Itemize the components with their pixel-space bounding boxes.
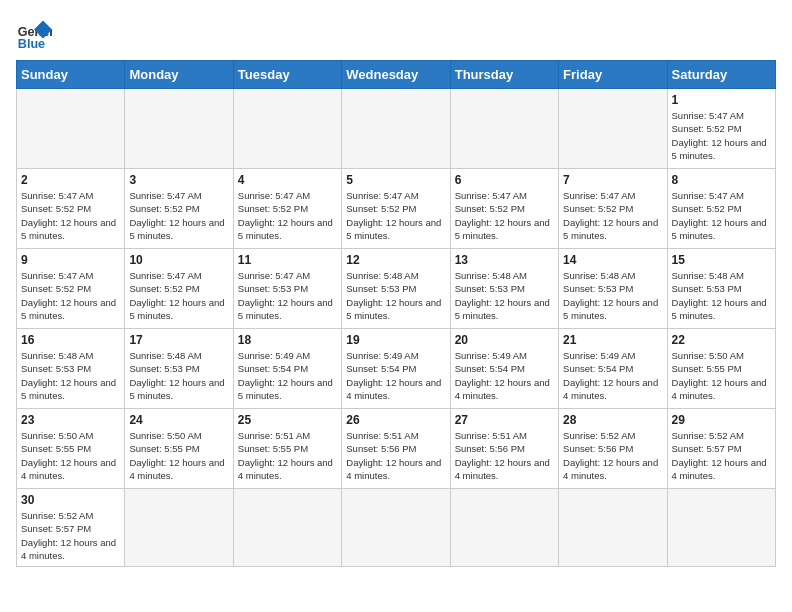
calendar-cell: 27Sunrise: 5:51 AM Sunset: 5:56 PM Dayli… [450,409,558,489]
day-number: 15 [672,253,771,267]
day-number: 12 [346,253,445,267]
day-info: Sunrise: 5:47 AM Sunset: 5:52 PM Dayligh… [238,189,337,242]
day-number: 30 [21,493,120,507]
day-info: Sunrise: 5:47 AM Sunset: 5:52 PM Dayligh… [21,269,120,322]
day-info: Sunrise: 5:49 AM Sunset: 5:54 PM Dayligh… [238,349,337,402]
calendar-cell: 6Sunrise: 5:47 AM Sunset: 5:52 PM Daylig… [450,169,558,249]
day-number: 3 [129,173,228,187]
calendar-cell: 22Sunrise: 5:50 AM Sunset: 5:55 PM Dayli… [667,329,775,409]
calendar-cell [450,489,558,567]
calendar-cell: 15Sunrise: 5:48 AM Sunset: 5:53 PM Dayli… [667,249,775,329]
calendar-table: SundayMondayTuesdayWednesdayThursdayFrid… [16,60,776,567]
day-number: 14 [563,253,662,267]
calendar-cell: 29Sunrise: 5:52 AM Sunset: 5:57 PM Dayli… [667,409,775,489]
calendar-cell: 2Sunrise: 5:47 AM Sunset: 5:52 PM Daylig… [17,169,125,249]
day-info: Sunrise: 5:52 AM Sunset: 5:56 PM Dayligh… [563,429,662,482]
day-number: 22 [672,333,771,347]
day-number: 10 [129,253,228,267]
calendar-cell: 8Sunrise: 5:47 AM Sunset: 5:52 PM Daylig… [667,169,775,249]
calendar-cell: 13Sunrise: 5:48 AM Sunset: 5:53 PM Dayli… [450,249,558,329]
day-number: 28 [563,413,662,427]
day-number: 13 [455,253,554,267]
calendar-cell: 28Sunrise: 5:52 AM Sunset: 5:56 PM Dayli… [559,409,667,489]
calendar-cell: 12Sunrise: 5:48 AM Sunset: 5:53 PM Dayli… [342,249,450,329]
calendar-cell: 20Sunrise: 5:49 AM Sunset: 5:54 PM Dayli… [450,329,558,409]
day-info: Sunrise: 5:50 AM Sunset: 5:55 PM Dayligh… [672,349,771,402]
calendar-cell: 17Sunrise: 5:48 AM Sunset: 5:53 PM Dayli… [125,329,233,409]
calendar-cell [559,489,667,567]
calendar-cell [125,489,233,567]
day-number: 11 [238,253,337,267]
day-info: Sunrise: 5:50 AM Sunset: 5:55 PM Dayligh… [21,429,120,482]
page-header: General Blue [16,16,776,52]
day-number: 26 [346,413,445,427]
calendar-cell: 18Sunrise: 5:49 AM Sunset: 5:54 PM Dayli… [233,329,341,409]
calendar-cell: 26Sunrise: 5:51 AM Sunset: 5:56 PM Dayli… [342,409,450,489]
calendar-cell: 25Sunrise: 5:51 AM Sunset: 5:55 PM Dayli… [233,409,341,489]
day-header-thursday: Thursday [450,61,558,89]
day-number: 23 [21,413,120,427]
calendar-cell [17,89,125,169]
calendar-cell [233,89,341,169]
day-number: 2 [21,173,120,187]
calendar-week-row: 16Sunrise: 5:48 AM Sunset: 5:53 PM Dayli… [17,329,776,409]
calendar-cell: 5Sunrise: 5:47 AM Sunset: 5:52 PM Daylig… [342,169,450,249]
calendar-cell: 3Sunrise: 5:47 AM Sunset: 5:52 PM Daylig… [125,169,233,249]
day-info: Sunrise: 5:52 AM Sunset: 5:57 PM Dayligh… [21,509,120,562]
day-header-sunday: Sunday [17,61,125,89]
day-info: Sunrise: 5:48 AM Sunset: 5:53 PM Dayligh… [21,349,120,402]
day-info: Sunrise: 5:47 AM Sunset: 5:52 PM Dayligh… [455,189,554,242]
day-info: Sunrise: 5:48 AM Sunset: 5:53 PM Dayligh… [455,269,554,322]
day-info: Sunrise: 5:50 AM Sunset: 5:55 PM Dayligh… [129,429,228,482]
calendar-cell [125,89,233,169]
calendar-header-row: SundayMondayTuesdayWednesdayThursdayFrid… [17,61,776,89]
day-number: 24 [129,413,228,427]
day-info: Sunrise: 5:48 AM Sunset: 5:53 PM Dayligh… [563,269,662,322]
svg-text:Blue: Blue [18,37,45,51]
day-info: Sunrise: 5:51 AM Sunset: 5:55 PM Dayligh… [238,429,337,482]
calendar-cell: 11Sunrise: 5:47 AM Sunset: 5:53 PM Dayli… [233,249,341,329]
day-header-tuesday: Tuesday [233,61,341,89]
calendar-cell: 10Sunrise: 5:47 AM Sunset: 5:52 PM Dayli… [125,249,233,329]
calendar-cell: 14Sunrise: 5:48 AM Sunset: 5:53 PM Dayli… [559,249,667,329]
calendar-cell [233,489,341,567]
calendar-cell: 23Sunrise: 5:50 AM Sunset: 5:55 PM Dayli… [17,409,125,489]
calendar-week-row: 9Sunrise: 5:47 AM Sunset: 5:52 PM Daylig… [17,249,776,329]
day-info: Sunrise: 5:49 AM Sunset: 5:54 PM Dayligh… [455,349,554,402]
day-number: 18 [238,333,337,347]
day-info: Sunrise: 5:51 AM Sunset: 5:56 PM Dayligh… [346,429,445,482]
day-info: Sunrise: 5:48 AM Sunset: 5:53 PM Dayligh… [346,269,445,322]
day-info: Sunrise: 5:48 AM Sunset: 5:53 PM Dayligh… [129,349,228,402]
day-info: Sunrise: 5:47 AM Sunset: 5:52 PM Dayligh… [672,189,771,242]
day-number: 5 [346,173,445,187]
logo: General Blue [16,16,56,52]
day-number: 4 [238,173,337,187]
calendar-week-row: 1Sunrise: 5:47 AM Sunset: 5:52 PM Daylig… [17,89,776,169]
calendar-cell: 30Sunrise: 5:52 AM Sunset: 5:57 PM Dayli… [17,489,125,567]
day-info: Sunrise: 5:47 AM Sunset: 5:52 PM Dayligh… [21,189,120,242]
day-header-wednesday: Wednesday [342,61,450,89]
day-number: 1 [672,93,771,107]
day-number: 8 [672,173,771,187]
day-info: Sunrise: 5:47 AM Sunset: 5:52 PM Dayligh… [129,189,228,242]
day-number: 17 [129,333,228,347]
calendar-cell [342,89,450,169]
day-number: 9 [21,253,120,267]
calendar-cell: 19Sunrise: 5:49 AM Sunset: 5:54 PM Dayli… [342,329,450,409]
calendar-cell: 7Sunrise: 5:47 AM Sunset: 5:52 PM Daylig… [559,169,667,249]
calendar-cell: 1Sunrise: 5:47 AM Sunset: 5:52 PM Daylig… [667,89,775,169]
calendar-cell: 16Sunrise: 5:48 AM Sunset: 5:53 PM Dayli… [17,329,125,409]
day-number: 20 [455,333,554,347]
calendar-cell [342,489,450,567]
calendar-week-row: 30Sunrise: 5:52 AM Sunset: 5:57 PM Dayli… [17,489,776,567]
calendar-cell [450,89,558,169]
day-number: 7 [563,173,662,187]
day-info: Sunrise: 5:52 AM Sunset: 5:57 PM Dayligh… [672,429,771,482]
calendar-cell: 24Sunrise: 5:50 AM Sunset: 5:55 PM Dayli… [125,409,233,489]
day-number: 27 [455,413,554,427]
logo-icon: General Blue [16,16,52,52]
day-info: Sunrise: 5:48 AM Sunset: 5:53 PM Dayligh… [672,269,771,322]
day-info: Sunrise: 5:47 AM Sunset: 5:52 PM Dayligh… [563,189,662,242]
calendar-cell: 9Sunrise: 5:47 AM Sunset: 5:52 PM Daylig… [17,249,125,329]
day-info: Sunrise: 5:49 AM Sunset: 5:54 PM Dayligh… [563,349,662,402]
